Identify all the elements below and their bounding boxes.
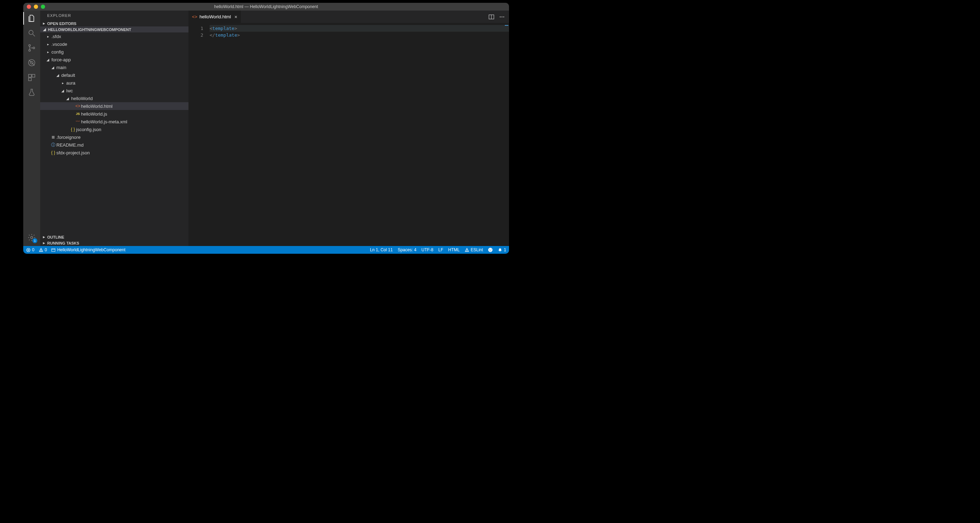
code-line[interactable]: </template> <box>210 32 509 38</box>
tree-row[interactable]: ▸aura <box>40 79 188 87</box>
svg-point-18 <box>41 250 41 251</box>
close-tab-icon[interactable]: × <box>235 14 237 20</box>
svg-point-25 <box>491 249 492 250</box>
tree-row-label: .vscode <box>51 41 67 47</box>
svg-point-3 <box>29 50 31 51</box>
line-number: 2 <box>188 32 203 38</box>
tree-row[interactable]: ▸.vscode <box>40 40 188 48</box>
tree-row-label: main <box>56 65 66 70</box>
code-lines[interactable]: <template></template> <box>210 25 509 246</box>
open-editors-label: OPEN EDITORS <box>47 21 76 26</box>
info-file-icon: ⓘ <box>50 142 56 148</box>
html-file-icon: <> <box>192 14 197 19</box>
chevron-right-icon: ▸ <box>43 235 45 239</box>
tree-row[interactable]: ▸config <box>40 48 188 56</box>
activity-bar: 1 <box>23 11 40 246</box>
status-language[interactable]: HTML <box>448 247 460 252</box>
js-file-icon: JS <box>75 112 81 116</box>
tree-row[interactable]: ▸.sfdx <box>40 32 188 40</box>
line-number: 1 <box>188 25 203 32</box>
tree-row[interactable]: JShelloWorld.js <box>40 110 188 118</box>
minimize-window-button[interactable] <box>34 5 38 9</box>
window-controls <box>27 5 45 9</box>
status-warnings[interactable]: 0 <box>39 247 47 252</box>
svg-rect-7 <box>29 74 31 77</box>
svg-point-14 <box>502 16 503 17</box>
tree-row[interactable]: ◢helloWorld <box>40 94 188 102</box>
tree-row[interactable]: ≣.forceignore <box>40 133 188 141</box>
maximize-window-button[interactable] <box>41 5 45 9</box>
more-actions-icon[interactable] <box>499 14 505 20</box>
tree-row[interactable]: { }jsconfig.json <box>40 126 188 133</box>
tree-row[interactable]: ◢default <box>40 71 188 79</box>
explorer-view-icon[interactable] <box>27 13 37 23</box>
tree-row-label: default <box>61 73 75 78</box>
status-ln-col[interactable]: Ln 1, Col 11 <box>370 247 393 252</box>
twisty-icon: ▸ <box>46 35 50 38</box>
json-file-icon: { } <box>50 150 56 155</box>
tree-row[interactable]: ◢main <box>40 64 188 71</box>
tree-row[interactable]: ◢force-app <box>40 56 188 64</box>
svg-point-2 <box>29 45 31 46</box>
sidebar-title: EXPLORER <box>40 11 188 21</box>
tree-row[interactable]: <>helloWorld.html <box>40 102 188 110</box>
source-control-view-icon[interactable] <box>27 43 37 53</box>
status-feedback-icon[interactable] <box>488 247 493 252</box>
status-notifications[interactable]: 1 <box>498 247 506 252</box>
open-editors-section[interactable]: ▸ OPEN EDITORS <box>40 21 188 26</box>
status-eol[interactable]: LF <box>438 247 443 252</box>
tree-row-label: sfdx-project.json <box>56 150 90 155</box>
tree-row-label: force-app <box>51 57 71 62</box>
svg-point-23 <box>488 248 492 252</box>
file-tree: ▸.sfdx▸.vscode▸config◢force-app◢main◢def… <box>40 32 188 156</box>
code-line[interactable]: <template> <box>210 25 509 32</box>
svg-point-22 <box>467 250 467 251</box>
tree-row-label: helloWorld <box>71 96 93 101</box>
status-encoding[interactable]: UTF-8 <box>421 247 433 252</box>
close-window-button[interactable] <box>27 5 31 9</box>
debug-view-icon[interactable] <box>27 58 37 68</box>
svg-point-10 <box>31 236 33 239</box>
code-editor[interactable]: 12 <template></template> <box>188 23 509 246</box>
tree-row-label: config <box>51 49 64 55</box>
status-eslint[interactable]: ESLint <box>465 247 483 252</box>
chevron-right-icon: ▸ <box>43 21 45 26</box>
svg-point-0 <box>29 30 33 35</box>
twisty-icon: ◢ <box>60 89 65 93</box>
editor-tab[interactable]: <> helloWorld.html × <box>188 11 241 23</box>
project-section-header[interactable]: ◢ HELLOWORLDLIGHTNINGWEBCOMPONENT <box>40 26 188 32</box>
extensions-view-icon[interactable] <box>27 73 37 83</box>
svg-rect-9 <box>29 78 31 81</box>
search-view-icon[interactable] <box>27 28 37 38</box>
tree-row-label: lwc <box>66 88 73 93</box>
json-file-icon: { } <box>70 127 76 132</box>
titlebar[interactable]: helloWorld.html — HelloWorldLightningWeb… <box>23 3 509 11</box>
test-view-icon[interactable] <box>27 88 37 97</box>
tab-label: helloWorld.html <box>199 14 231 19</box>
project-section-label: HELLOWORLDLIGHTNINGWEBCOMPONENT <box>48 27 131 32</box>
status-spaces[interactable]: Spaces: 4 <box>398 247 416 252</box>
svg-line-1 <box>33 34 35 36</box>
tree-row[interactable]: ⓘREADME.md <box>40 141 188 149</box>
svg-rect-19 <box>52 249 55 251</box>
status-errors[interactable]: 0 <box>26 247 35 252</box>
status-project[interactable]: HelloWorldLightningWebComponent <box>51 247 126 252</box>
settings-gear-icon[interactable]: 1 <box>27 233 37 242</box>
minimap[interactable] <box>502 23 509 44</box>
tree-row-label: helloWorld.js-meta.xml <box>81 119 127 124</box>
svg-point-24 <box>489 249 490 250</box>
tree-row-label: README.md <box>56 142 83 148</box>
explorer-sidebar: EXPLORER ▸ OPEN EDITORS ◢ HELLOWORLDLIGH… <box>40 11 188 246</box>
tree-row[interactable]: ◢lwc <box>40 87 188 94</box>
tree-row[interactable]: 〰helloWorld.js-meta.xml <box>40 118 188 126</box>
running-tasks-section[interactable]: ▸ RUNNING TASKS <box>40 240 188 246</box>
svg-rect-8 <box>32 74 35 77</box>
tree-row-label: helloWorld.html <box>81 104 112 109</box>
tree-row-label: helloWorld.js <box>81 112 107 116</box>
tree-row[interactable]: { }sfdx-project.json <box>40 149 188 156</box>
split-editor-icon[interactable] <box>488 14 494 20</box>
notifications-count: 1 <box>504 247 506 252</box>
twisty-icon: ▸ <box>46 50 50 54</box>
outline-section[interactable]: ▸ OUTLINE <box>40 234 188 240</box>
editor-group: <> helloWorld.html × 12 <template></temp… <box>188 11 509 246</box>
